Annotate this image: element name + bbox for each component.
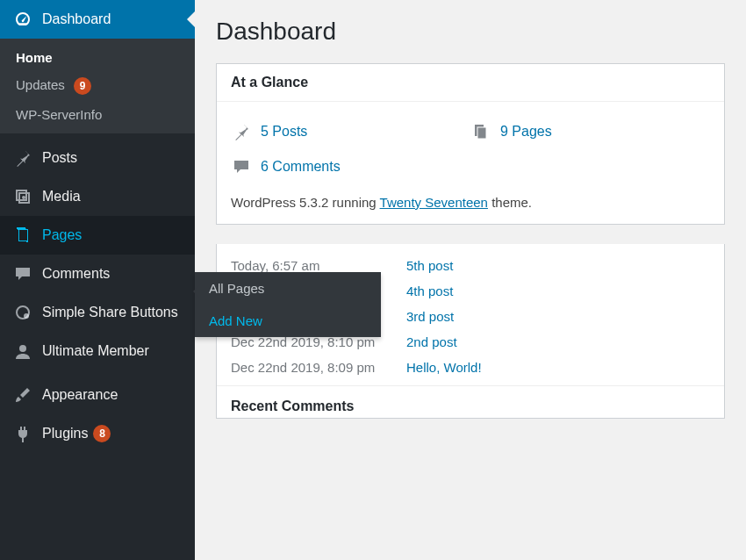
sidebar-submenu-dashboard: Home Updates 9 WP-ServerInfo	[0, 39, 195, 133]
share-icon	[12, 302, 33, 323]
activity-row: Dec 22nd 2019, 8:09 pmHello, World!	[231, 355, 710, 380]
submenu-item-home[interactable]: Home	[0, 44, 195, 71]
sidebar-item-label: Media	[42, 189, 81, 205]
comment-icon	[12, 263, 33, 284]
pin-icon	[231, 121, 252, 142]
glance-item-text: 6 Comments	[261, 159, 341, 175]
glance-pages-link[interactable]: 9 Pages	[470, 114, 710, 149]
at-a-glance-widget: At a Glance 5 Posts 9 Pages	[216, 63, 725, 225]
glance-comments-link[interactable]: 6 Comments	[231, 149, 470, 184]
sidebar-item-posts[interactable]: Posts	[0, 139, 195, 177]
glance-posts-link[interactable]: 5 Posts	[231, 114, 470, 149]
sidebar-item-label: Plugins	[42, 426, 88, 442]
activity-post-link[interactable]: 5th post	[406, 258, 453, 273]
theme-link[interactable]: Twenty Seventeen	[380, 195, 488, 210]
flyout-item-all-pages[interactable]: All Pages	[195, 272, 381, 305]
updates-count-badge: 9	[74, 77, 91, 95]
comment-icon	[231, 156, 252, 177]
plugins-count-badge: 8	[93, 425, 111, 442]
activity-time: Dec 22nd 2019, 8:09 pm	[231, 360, 406, 375]
submenu-item-updates[interactable]: Updates 9	[0, 71, 195, 101]
sidebar-item-dashboard[interactable]: Dashboard	[0, 0, 195, 39]
submenu-item-label: Updates	[16, 77, 65, 92]
brush-icon	[12, 384, 33, 406]
user-icon	[12, 341, 33, 362]
pin-icon	[12, 147, 33, 169]
svg-point-0	[22, 196, 25, 199]
widget-title: At a Glance	[217, 64, 724, 102]
flyout-item-add-new[interactable]: Add New	[195, 305, 381, 337]
activity-post-link[interactable]: 4th post	[406, 284, 453, 298]
sidebar-item-label: Ultimate Member	[42, 343, 149, 359]
sidebar-item-media[interactable]: Media	[0, 177, 195, 216]
plug-icon	[12, 423, 33, 444]
activity-post-link[interactable]: Hello, World!	[406, 360, 482, 375]
activity-post-link[interactable]: 2nd post	[406, 334, 457, 349]
sidebar-item-label: Simple Share Buttons	[42, 305, 178, 320]
svg-point-5	[24, 313, 29, 319]
sidebar-item-label: Dashboard	[42, 11, 111, 27]
svg-rect-3	[19, 230, 27, 241]
sidebar-item-ultimate-member[interactable]: Ultimate Member	[0, 332, 195, 370]
sidebar-item-label: Pages	[42, 227, 82, 243]
sidebar-item-appearance[interactable]: Appearance	[0, 376, 195, 414]
sidebar-item-pages[interactable]: Pages	[0, 216, 195, 255]
svg-rect-8	[477, 127, 486, 139]
sidebar-item-plugins[interactable]: Plugins 8	[0, 414, 195, 453]
glance-footer-prefix: WordPress 5.3.2 running	[231, 195, 380, 210]
sidebar-item-comments[interactable]: Comments	[0, 255, 195, 293]
pages-icon	[12, 225, 33, 246]
sidebar-item-simple-share[interactable]: Simple Share Buttons	[0, 293, 195, 332]
media-icon	[12, 186, 33, 207]
svg-rect-1	[17, 227, 25, 229]
sidebar-item-label: Comments	[42, 266, 110, 282]
activity-post-link[interactable]: 3rd post	[406, 309, 454, 324]
pages-flyout-submenu: All Pages Add New	[195, 272, 381, 337]
activity-time: Today, 6:57 am	[231, 258, 406, 273]
dashboard-icon	[12, 9, 33, 30]
admin-sidebar: Dashboard Home Updates 9 WP-ServerInfo P…	[0, 0, 195, 560]
pages-icon	[470, 121, 491, 142]
sidebar-item-label: Posts	[42, 150, 77, 166]
glance-footer: WordPress 5.3.2 running Twenty Seventeen…	[231, 195, 710, 210]
glance-item-text: 5 Posts	[261, 124, 307, 140]
glance-footer-suffix: theme.	[488, 195, 532, 210]
recent-comments-heading: Recent Comments	[217, 385, 724, 418]
sidebar-item-label: Appearance	[42, 387, 118, 403]
submenu-item-serverinfo[interactable]: WP-ServerInfo	[0, 101, 195, 128]
glance-item-text: 9 Pages	[500, 124, 552, 140]
svg-point-6	[19, 345, 26, 352]
page-title: Dashboard	[216, 18, 725, 46]
